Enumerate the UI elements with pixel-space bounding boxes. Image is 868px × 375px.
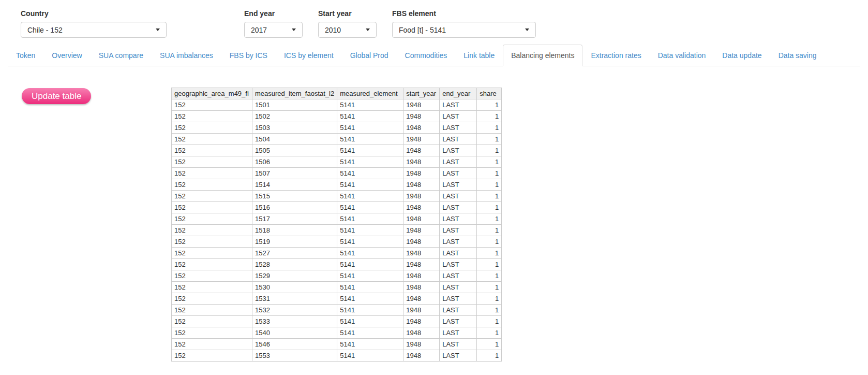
- tab-link-ics-by-element[interactable]: ICS by element: [276, 45, 342, 66]
- table-cell-geographic_area_m49_fi[interactable]: 152: [172, 202, 252, 213]
- table-cell-share[interactable]: 1: [477, 305, 502, 316]
- table-cell-start_year[interactable]: 1948: [403, 213, 440, 225]
- table-cell-geographic_area_m49_fi[interactable]: 152: [172, 191, 252, 202]
- table-cell-measured_item_faostat_l2[interactable]: 1514: [252, 179, 337, 191]
- table-cell-geographic_area_m49_fi[interactable]: 152: [172, 270, 252, 282]
- table-cell-end_year[interactable]: LAST: [440, 179, 477, 191]
- table-cell-share[interactable]: 1: [477, 350, 502, 362]
- table-cell-measured_element[interactable]: 5141: [337, 305, 403, 316]
- table-cell-geographic_area_m49_fi[interactable]: 152: [172, 259, 252, 270]
- table-cell-geographic_area_m49_fi[interactable]: 152: [172, 316, 252, 327]
- table-cell-measured_item_faostat_l2[interactable]: 1506: [252, 156, 337, 168]
- table-cell-start_year[interactable]: 1948: [403, 145, 440, 156]
- table-cell-end_year[interactable]: LAST: [440, 236, 477, 248]
- table-cell-measured_item_faostat_l2[interactable]: 1502: [252, 111, 337, 122]
- tab-link-commodities[interactable]: Commodities: [397, 45, 456, 66]
- tab-link-data-validation[interactable]: Data validation: [650, 45, 714, 66]
- table-cell-geographic_area_m49_fi[interactable]: 152: [172, 248, 252, 259]
- table-cell-share[interactable]: 1: [477, 327, 502, 339]
- table-cell-geographic_area_m49_fi[interactable]: 152: [172, 134, 252, 145]
- tab-link-global-prod[interactable]: Global Prod: [342, 45, 397, 66]
- table-cell-start_year[interactable]: 1948: [403, 282, 440, 293]
- table-cell-start_year[interactable]: 1948: [403, 305, 440, 316]
- table-cell-share[interactable]: 1: [477, 225, 502, 236]
- table-cell-geographic_area_m49_fi[interactable]: 152: [172, 168, 252, 179]
- table-cell-share[interactable]: 1: [477, 134, 502, 145]
- table-cell-geographic_area_m49_fi[interactable]: 152: [172, 339, 252, 350]
- table-cell-end_year[interactable]: LAST: [440, 191, 477, 202]
- table-cell-end_year[interactable]: LAST: [440, 339, 477, 350]
- table-cell-measured_item_faostat_l2[interactable]: 1503: [252, 122, 337, 134]
- table-cell-measured_item_faostat_l2[interactable]: 1553: [252, 350, 337, 362]
- table-cell-start_year[interactable]: 1948: [403, 293, 440, 305]
- table-cell-start_year[interactable]: 1948: [403, 225, 440, 236]
- table-cell-share[interactable]: 1: [477, 282, 502, 293]
- table-cell-measured_element[interactable]: 5141: [337, 168, 403, 179]
- table-cell-measured_item_faostat_l2[interactable]: 1507: [252, 168, 337, 179]
- tab-link-overview[interactable]: Overview: [43, 45, 90, 66]
- table-cell-share[interactable]: 1: [477, 236, 502, 248]
- table-cell-start_year[interactable]: 1948: [403, 259, 440, 270]
- column-header-share[interactable]: share: [477, 88, 502, 99]
- table-cell-end_year[interactable]: LAST: [440, 213, 477, 225]
- column-header-measured_element[interactable]: measured_element: [337, 88, 403, 99]
- table-cell-geographic_area_m49_fi[interactable]: 152: [172, 293, 252, 305]
- table-cell-start_year[interactable]: 1948: [403, 248, 440, 259]
- table-cell-measured_element[interactable]: 5141: [337, 270, 403, 282]
- table-cell-geographic_area_m49_fi[interactable]: 152: [172, 179, 252, 191]
- table-cell-end_year[interactable]: LAST: [440, 316, 477, 327]
- update-table-button[interactable]: Update table: [22, 88, 91, 104]
- table-cell-measured_item_faostat_l2[interactable]: 1517: [252, 213, 337, 225]
- tab-link-data-update[interactable]: Data update: [714, 45, 770, 66]
- table-cell-end_year[interactable]: LAST: [440, 259, 477, 270]
- table-cell-share[interactable]: 1: [477, 293, 502, 305]
- table-cell-measured_item_faostat_l2[interactable]: 1531: [252, 293, 337, 305]
- table-cell-share[interactable]: 1: [477, 99, 502, 111]
- table-cell-geographic_area_m49_fi[interactable]: 152: [172, 350, 252, 362]
- table-cell-geographic_area_m49_fi[interactable]: 152: [172, 305, 252, 316]
- table-cell-measured_item_faostat_l2[interactable]: 1530: [252, 282, 337, 293]
- table-cell-measured_element[interactable]: 5141: [337, 191, 403, 202]
- table-cell-share[interactable]: 1: [477, 259, 502, 270]
- table-cell-measured_element[interactable]: 5141: [337, 316, 403, 327]
- tab-link-sua-imbalances[interactable]: SUA imbalances: [152, 45, 221, 66]
- table-cell-geographic_area_m49_fi[interactable]: 152: [172, 122, 252, 134]
- tab-link-link-table[interactable]: Link table: [455, 45, 503, 66]
- table-cell-measured_element[interactable]: 5141: [337, 111, 403, 122]
- table-cell-start_year[interactable]: 1948: [403, 327, 440, 339]
- table-cell-measured_element[interactable]: 5141: [337, 225, 403, 236]
- end-year-select[interactable]: 2017: [244, 22, 303, 38]
- table-cell-measured_element[interactable]: 5141: [337, 99, 403, 111]
- table-cell-measured_item_faostat_l2[interactable]: 1519: [252, 236, 337, 248]
- fbs-element-select[interactable]: Food [t] - 5141: [392, 22, 536, 38]
- table-cell-measured_element[interactable]: 5141: [337, 248, 403, 259]
- tab-link-fbs-by-ics[interactable]: FBS by ICS: [221, 45, 276, 66]
- table-cell-start_year[interactable]: 1948: [403, 99, 440, 111]
- column-header-end_year[interactable]: end_year: [440, 88, 477, 99]
- table-cell-end_year[interactable]: LAST: [440, 145, 477, 156]
- table-cell-measured_item_faostat_l2[interactable]: 1505: [252, 145, 337, 156]
- table-cell-share[interactable]: 1: [477, 122, 502, 134]
- table-cell-measured_element[interactable]: 5141: [337, 350, 403, 362]
- table-cell-share[interactable]: 1: [477, 179, 502, 191]
- column-header-geographic_area_m49_fi[interactable]: geographic_area_m49_fi: [172, 88, 252, 99]
- table-cell-measured_item_faostat_l2[interactable]: 1527: [252, 248, 337, 259]
- tab-link-token[interactable]: Token: [8, 45, 43, 66]
- column-header-start_year[interactable]: start_year: [403, 88, 440, 99]
- table-cell-share[interactable]: 1: [477, 213, 502, 225]
- table-cell-measured_element[interactable]: 5141: [337, 327, 403, 339]
- table-cell-measured_element[interactable]: 5141: [337, 293, 403, 305]
- table-cell-share[interactable]: 1: [477, 111, 502, 122]
- table-cell-share[interactable]: 1: [477, 339, 502, 350]
- table-cell-measured_element[interactable]: 5141: [337, 282, 403, 293]
- table-cell-share[interactable]: 1: [477, 316, 502, 327]
- table-cell-measured_item_faostat_l2[interactable]: 1504: [252, 134, 337, 145]
- table-cell-geographic_area_m49_fi[interactable]: 152: [172, 213, 252, 225]
- table-cell-start_year[interactable]: 1948: [403, 236, 440, 248]
- table-cell-end_year[interactable]: LAST: [440, 156, 477, 168]
- table-cell-measured_item_faostat_l2[interactable]: 1501: [252, 99, 337, 111]
- start-year-select[interactable]: 2010: [318, 22, 377, 38]
- table-cell-geographic_area_m49_fi[interactable]: 152: [172, 111, 252, 122]
- table-cell-end_year[interactable]: LAST: [440, 122, 477, 134]
- table-cell-start_year[interactable]: 1948: [403, 350, 440, 362]
